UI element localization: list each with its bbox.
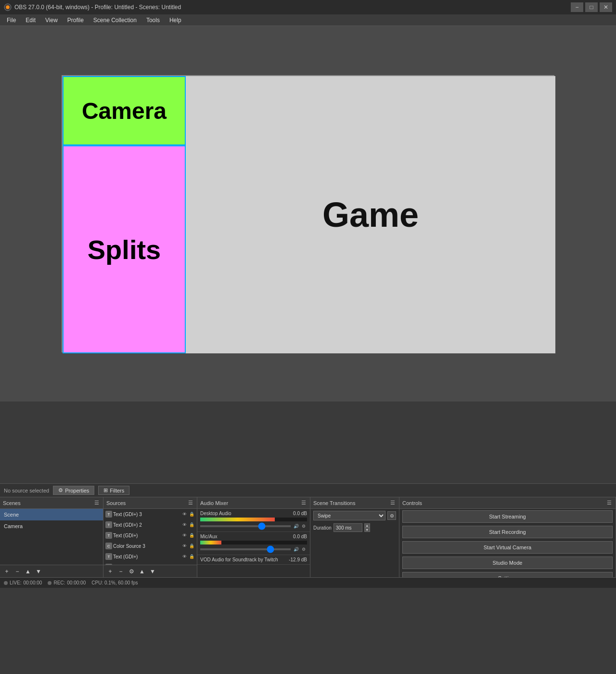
- menu-file[interactable]: File: [2, 16, 21, 25]
- menu-profile[interactable]: Profile: [63, 16, 89, 25]
- camera-label: Camera: [82, 98, 167, 124]
- move-scene-up-button[interactable]: ▲: [23, 567, 33, 576]
- canvas-game[interactable]: Game: [186, 76, 555, 353]
- filter-icon: ⊞: [103, 487, 108, 493]
- scenes-panel-menu-button[interactable]: ☰: [93, 500, 100, 506]
- controls-panel-menu-button[interactable]: ☰: [606, 500, 613, 506]
- mic-audio-icons: 🔊 ⚙: [293, 546, 307, 553]
- settings-button[interactable]: Settings: [402, 572, 613, 577]
- text-source-icon-2: T: [105, 532, 112, 539]
- source-eye-button-1[interactable]: 👁: [181, 521, 188, 528]
- transition-gear-button[interactable]: ⚙: [387, 511, 396, 520]
- source-item-0[interactable]: T Text (GDI+) 3 👁 🔒: [103, 509, 197, 519]
- desktop-audio-level: [200, 518, 307, 521]
- duration-down-button[interactable]: ▼: [364, 528, 370, 532]
- canvas-camera[interactable]: Camera: [63, 76, 186, 145]
- live-time: 00:00:00: [23, 580, 42, 585]
- source-item-2[interactable]: T Text (GDI+) 👁 🔒: [103, 530, 197, 541]
- audio-panel-title: Audio Mixer: [200, 500, 228, 506]
- mic-audio-header: Mic/Aux 0.0 dB: [200, 534, 307, 539]
- text-source-icon-1: T: [105, 521, 112, 528]
- desktop-audio-settings-button[interactable]: ⚙: [300, 523, 307, 530]
- window-title: OBS 27.0.0 (64-bit, windows) - Profile: …: [14, 4, 181, 11]
- mic-audio-vol-row: 🔊 ⚙: [200, 546, 307, 553]
- source-eye-button-3[interactable]: 👁: [181, 543, 188, 549]
- transitions-panel-title: Scene Transitions: [313, 500, 355, 506]
- scene-item-scene[interactable]: Scene: [0, 509, 103, 520]
- canvas-container[interactable]: Camera Splits Game: [62, 75, 554, 352]
- source-item-3[interactable]: C Color Source 3 👁 🔒: [103, 541, 197, 551]
- mic-audio-slider[interactable]: [200, 548, 291, 550]
- audio-panel-menu-button[interactable]: ☰: [300, 500, 307, 506]
- audio-channel-mic: Mic/Aux 0.0 dB 🔊 ⚙: [197, 532, 310, 555]
- source-eye-button-4[interactable]: 👁: [181, 553, 188, 560]
- docks-area: [0, 402, 616, 483]
- sources-list: T Text (GDI+) 3 👁 🔒 T Text (GDI+) 2 👁 🔒: [103, 509, 197, 565]
- transition-duration-input[interactable]: [334, 523, 362, 532]
- status-bar: LIVE: 00:00:00 REC: 00:00:00 CPU: 0.1%, …: [0, 577, 616, 588]
- audio-panel-header: Audio Mixer ☰: [197, 497, 310, 509]
- source-settings-button[interactable]: ⚙: [127, 567, 136, 576]
- studio-mode-button[interactable]: Studio Mode: [402, 557, 613, 569]
- source-controls-1: 👁 🔒: [181, 521, 195, 528]
- sources-panel-menu-button[interactable]: ☰: [187, 500, 194, 506]
- add-scene-button[interactable]: +: [2, 567, 12, 576]
- mic-audio-settings-button[interactable]: ⚙: [300, 546, 307, 553]
- vod-audio-header: VOD Audio for Soundtrack by Twitch -12.9…: [200, 557, 307, 562]
- source-lock-button-1[interactable]: 🔒: [188, 521, 195, 528]
- desktop-audio-mute-button[interactable]: 🔊: [293, 523, 299, 530]
- move-scene-down-button[interactable]: ▼: [34, 567, 43, 576]
- audio-channel-vod: VOD Audio for Soundtrack by Twitch -12.9…: [197, 555, 310, 565]
- filters-tab[interactable]: ⊞ Filters: [98, 486, 129, 495]
- transition-select[interactable]: Swipe: [313, 511, 385, 520]
- transitions-panel: Scene Transitions ☰ Swipe ⚙ Duration ▲ ▼: [310, 497, 399, 577]
- menu-help[interactable]: Help: [165, 16, 186, 25]
- menu-view[interactable]: View: [40, 16, 63, 25]
- audio-mixer-panel: Audio Mixer ☰ Desktop Audio 0.0 dB: [197, 497, 310, 577]
- source-lock-button-3[interactable]: 🔒: [188, 543, 195, 549]
- rec-time: 00:00:00: [67, 580, 86, 585]
- rec-label: REC:: [53, 580, 65, 585]
- live-label: LIVE:: [10, 580, 21, 585]
- start-virtual-camera-button[interactable]: Start Virtual Camera: [402, 541, 613, 554]
- start-recording-button[interactable]: Start Recording: [402, 526, 613, 538]
- gear-icon: ⚙: [58, 487, 63, 493]
- transition-select-row: Swipe ⚙: [310, 509, 399, 522]
- maximize-button[interactable]: □: [585, 2, 598, 12]
- scenes-toolbar: + − ▲ ▼: [0, 565, 103, 577]
- source-lock-button-0[interactable]: 🔒: [188, 511, 195, 518]
- text-source-icon-4: T: [105, 553, 112, 560]
- menu-edit[interactable]: Edit: [21, 16, 40, 25]
- controls-panel: Controls ☰ Start Streaming Start Recordi…: [399, 497, 616, 577]
- transitions-content: Swipe ⚙ Duration ▲ ▼: [310, 509, 399, 577]
- properties-tab[interactable]: ⚙ Properties: [53, 486, 94, 495]
- close-button[interactable]: ✕: [600, 2, 612, 12]
- add-source-button[interactable]: +: [105, 567, 115, 576]
- menu-scene-collection[interactable]: Scene Collection: [89, 16, 141, 25]
- source-lock-button-2[interactable]: 🔒: [188, 532, 195, 539]
- audio-channels: Desktop Audio 0.0 dB 🔊 ⚙: [197, 509, 310, 577]
- source-item-4[interactable]: T Text (GDI+) 👁 🔒: [103, 551, 197, 562]
- scene-item-camera[interactable]: Camera: [0, 520, 103, 532]
- start-streaming-button[interactable]: Start Streaming: [402, 510, 613, 523]
- source-up-button[interactable]: ▲: [137, 567, 147, 576]
- mic-audio-mute-button[interactable]: 🔊: [293, 546, 299, 553]
- source-lock-button-4[interactable]: 🔒: [188, 553, 195, 560]
- transitions-panel-menu-button[interactable]: ☰: [389, 500, 396, 506]
- color-source-icon-3: C: [105, 543, 112, 549]
- remove-scene-button[interactable]: −: [13, 567, 22, 576]
- desktop-audio-slider[interactable]: [200, 525, 291, 527]
- source-eye-button-0[interactable]: 👁: [181, 511, 188, 518]
- title-bar-left: OBS 27.0.0 (64-bit, windows) - Profile: …: [4, 3, 181, 11]
- splits-label: Splits: [88, 234, 161, 265]
- source-eye-button-2[interactable]: 👁: [181, 532, 188, 539]
- scenes-panel-header: Scenes ☰: [0, 497, 103, 509]
- mic-audio-fill: [200, 541, 221, 544]
- source-down-button[interactable]: ▼: [148, 567, 157, 576]
- menu-tools[interactable]: Tools: [141, 16, 165, 25]
- canvas-splits[interactable]: Splits: [63, 145, 186, 353]
- source-item-1[interactable]: T Text (GDI+) 2 👁 🔒: [103, 519, 197, 530]
- duration-up-button[interactable]: ▲: [364, 523, 370, 528]
- remove-source-button[interactable]: −: [116, 567, 126, 576]
- minimize-button[interactable]: −: [571, 2, 583, 12]
